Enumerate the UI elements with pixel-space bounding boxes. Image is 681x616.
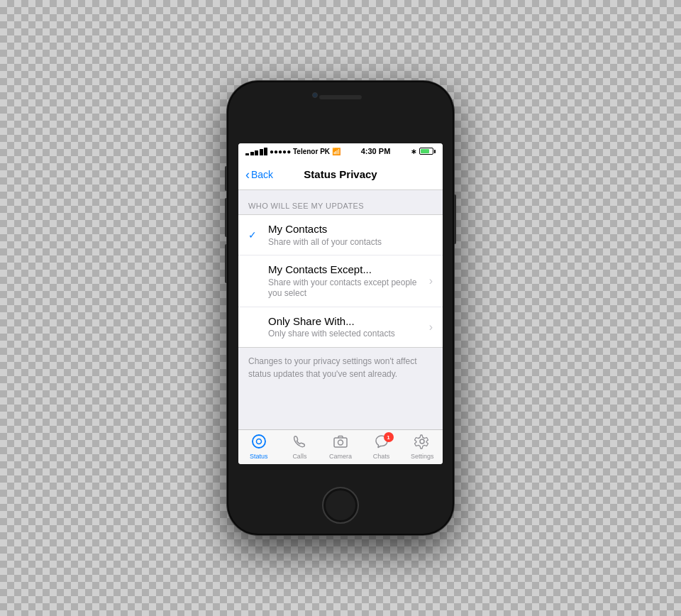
settings-tab-label: Settings — [411, 453, 434, 460]
chats-badge-container: 1 — [374, 434, 389, 452]
power-button — [454, 194, 456, 244]
navigation-bar: ‹ Back Status Privacy — [238, 159, 443, 190]
no-checkmark-2: ✓ — [248, 321, 262, 333]
phone-speaker — [319, 95, 362, 99]
camera-tab-icon — [333, 434, 348, 452]
carrier-label: ●●●●● Telenor PK — [270, 148, 330, 155]
privacy-options-list: ✓ My Contacts Share with all of your con… — [238, 214, 443, 348]
my-contacts-option[interactable]: ✓ My Contacts Share with all of your con… — [238, 215, 443, 255]
wifi-icon: 📶 — [332, 148, 340, 155]
my-contacts-subtitle: Share with all of your contacts — [268, 237, 433, 248]
volume-down-button — [225, 244, 227, 283]
only-share-with-subtitle: Only share with selected contacts — [268, 329, 429, 340]
volume-up-button — [225, 198, 227, 237]
mute-button — [225, 166, 227, 191]
back-button[interactable]: ‹ Back — [245, 168, 273, 181]
battery-indicator — [419, 148, 436, 155]
section-header: WHO WILL SEE MY UPDATES — [238, 190, 443, 214]
status-time: 4:30 PM — [361, 147, 391, 155]
signal-strength — [245, 148, 267, 155]
svg-point-3 — [338, 440, 343, 445]
page-title: Status Privacy — [304, 168, 377, 180]
status-tab-label: Status — [250, 453, 268, 460]
tab-status[interactable]: Status — [238, 434, 279, 461]
chats-badge: 1 — [384, 432, 394, 442]
tab-chats[interactable]: 1 Chats — [361, 434, 402, 461]
chats-tab-label: Chats — [373, 453, 390, 460]
tab-camera[interactable]: Camera — [320, 434, 361, 461]
status-right: ∗ — [411, 148, 436, 155]
svg-rect-2 — [334, 438, 347, 447]
tab-settings[interactable]: Settings — [402, 434, 443, 461]
phone-camera — [312, 92, 318, 98]
camera-tab-label: Camera — [329, 453, 352, 460]
my-contacts-except-text: My Contacts Except... Share with your co… — [268, 263, 429, 299]
no-checkmark: ✓ — [248, 275, 262, 287]
tab-calls[interactable]: Calls — [279, 434, 321, 461]
tab-bar: Status Calls — [238, 429, 443, 464]
privacy-info-text: Changes to your privacy settings won't a… — [238, 348, 443, 387]
back-label: Back — [251, 169, 273, 180]
phone-device: ●●●●● Telenor PK 📶 4:30 PM ∗ — [227, 81, 454, 535]
only-share-with-title: Only Share With... — [268, 314, 429, 329]
only-share-with-text: Only Share With... Only share with selec… — [268, 314, 429, 340]
svg-point-0 — [253, 435, 265, 448]
settings-tab-icon — [414, 434, 430, 452]
home-button[interactable] — [322, 487, 359, 524]
svg-point-4 — [420, 439, 424, 444]
only-share-with-option[interactable]: ✓ Only Share With... Only share with sel… — [238, 307, 443, 347]
calls-tab-icon — [292, 434, 307, 452]
my-contacts-except-title: My Contacts Except... — [268, 263, 429, 277]
disclosure-arrow-2-icon: › — [429, 321, 433, 334]
svg-point-1 — [256, 439, 261, 444]
scroll-content: WHO WILL SEE MY UPDATES ✓ My Contacts Sh… — [238, 190, 443, 429]
my-contacts-text: My Contacts Share with all of your conta… — [268, 222, 433, 248]
status-bar: ●●●●● Telenor PK 📶 4:30 PM ∗ — [238, 143, 443, 159]
my-contacts-title: My Contacts — [268, 222, 433, 236]
bluetooth-icon: ∗ — [411, 148, 416, 155]
status-tab-icon — [251, 434, 267, 452]
back-chevron-icon: ‹ — [245, 168, 250, 181]
my-contacts-except-subtitle: Share with your contacts except people y… — [268, 277, 429, 299]
selected-checkmark-icon: ✓ — [248, 229, 262, 241]
status-left: ●●●●● Telenor PK 📶 — [245, 148, 340, 155]
my-contacts-except-option[interactable]: ✓ My Contacts Except... Share with your … — [238, 255, 443, 307]
calls-tab-label: Calls — [292, 453, 306, 460]
disclosure-arrow-icon: › — [429, 275, 433, 287]
screen: ●●●●● Telenor PK 📶 4:30 PM ∗ — [238, 143, 443, 464]
